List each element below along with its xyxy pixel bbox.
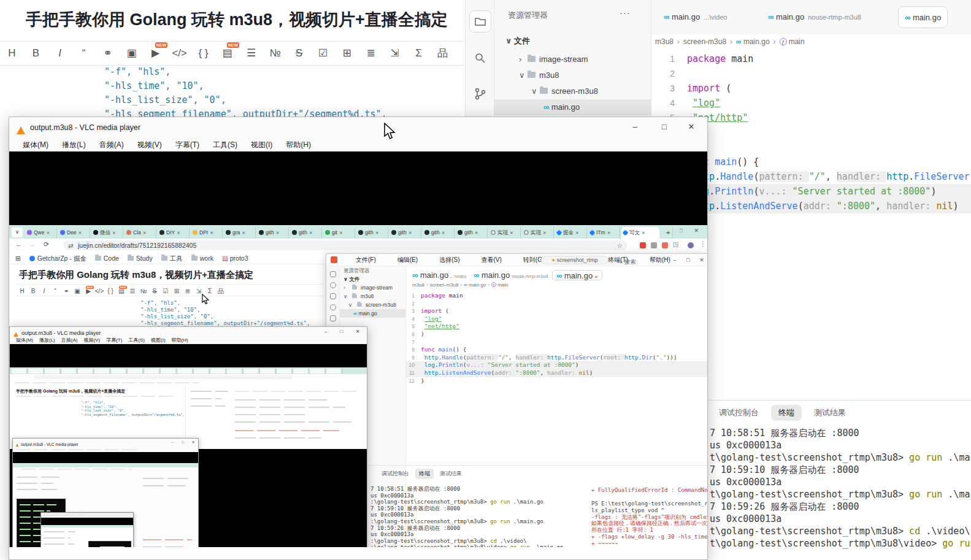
- menu-item[interactable]: 选择(S): [439, 254, 459, 266]
- toolbar-code-braces-icon[interactable]: { }: [105, 286, 116, 297]
- toolbar-link-icon[interactable]: ⚭: [96, 42, 120, 65]
- explorer-icon[interactable]: [474, 15, 487, 28]
- toolbar-italic-icon[interactable]: I: [48, 42, 72, 65]
- toolbar-table-icon[interactable]: ⊞: [171, 286, 182, 297]
- toolbar-ordered-list-icon[interactable]: №: [263, 42, 287, 65]
- breadcrumb-item[interactable]: main.go: [743, 37, 770, 46]
- vlc-menu-item[interactable]: 播放(L): [39, 337, 55, 344]
- toolbar-table-icon[interactable]: ⊞: [335, 42, 359, 65]
- profile-avatar[interactable]: [688, 242, 694, 248]
- explorer-section-files[interactable]: ∨文件: [505, 36, 530, 47]
- browser-tab-Dee[interactable]: Dee✕: [58, 227, 90, 239]
- new-tab-button[interactable]: +: [664, 227, 673, 239]
- toolbar-code-block-icon[interactable]: ▤NEW: [116, 286, 127, 297]
- panel-tab-终端[interactable]: 终端: [415, 469, 434, 479]
- vlc-menu-item[interactable]: 音频(A): [61, 337, 78, 344]
- close-button[interactable]: ✕: [350, 327, 366, 336]
- source-control-icon[interactable]: [474, 87, 487, 101]
- tree-item-m3u8[interactable]: ∨ m3u8: [494, 67, 651, 83]
- toolbar-quote-icon[interactable]: “: [72, 42, 96, 65]
- toolbar-image-icon[interactable]: ▣: [120, 42, 144, 65]
- tree-item-image-stream[interactable]: › image-stream: [494, 52, 651, 67]
- browser-tab-微信[interactable]: 微信✕: [91, 227, 123, 239]
- vlc-menu-item[interactable]: 帮助(H): [172, 337, 188, 344]
- bookmark-工具[interactable]: 工具: [161, 252, 183, 264]
- source-control-icon[interactable]: [330, 293, 336, 299]
- browser-tab-ITm[interactable]: ITm✕: [588, 227, 620, 239]
- address-bar[interactable]: ⇄ juejin.cn/editor/drafts/75121921658824…: [63, 240, 628, 250]
- browser-tab-Qwe[interactable]: Qwe✕: [25, 227, 57, 239]
- menu-item[interactable]: 查看(V): [481, 254, 501, 266]
- toolbar-strikethrough-icon[interactable]: S: [287, 42, 311, 65]
- forward-icon[interactable]: →: [29, 240, 36, 248]
- bookmark-Code[interactable]: Code: [95, 252, 119, 264]
- panel-tab-终端[interactable]: 终端: [771, 405, 802, 421]
- vlc-video-area[interactable]: ∨ □ ✕ Qwe✕Dee✕微信✕Cla✕DIY✕DPI✕gra✕gith✕gi…: [9, 152, 707, 547]
- extension-icon[interactable]: [662, 242, 668, 248]
- vlc-menu-item[interactable]: 媒体(M): [23, 138, 48, 152]
- tab-close-icon[interactable]: ✕: [475, 231, 478, 235]
- toolbar-image-icon[interactable]: ▣: [72, 286, 83, 297]
- breadcrumb-item[interactable]: screen-m3u8: [683, 37, 726, 46]
- terminal-output[interactable]: 7 10:58:51 服务器启动在 :8000us 0xc000013at\go…: [710, 427, 971, 550]
- tree-item-image-stream[interactable]: › image-stream: [340, 283, 405, 292]
- toolbar-fullscreen-icon[interactable]: ⇲: [383, 42, 407, 65]
- toolbar-heading-icon[interactable]: H: [17, 286, 28, 297]
- browser-tab-掘金[interactable]: 掘金✕: [555, 227, 587, 239]
- browser-tab-gith[interactable]: gith✕: [456, 227, 488, 239]
- extensions-puzzle-icon[interactable]: ◳: [673, 241, 678, 248]
- editor-tab-main.go[interactable]: ∞ main.go✕: [552, 270, 602, 280]
- vlc-menu-item[interactable]: 视图(I): [251, 138, 272, 152]
- tab-close-icon[interactable]: ✕: [375, 231, 379, 235]
- toolbar-strikethrough-icon[interactable]: S: [149, 286, 160, 297]
- toolbar-task-list-icon[interactable]: ☑: [160, 286, 171, 297]
- browser-menu-icon[interactable]: ⋮: [700, 240, 706, 247]
- vlc-menu-item[interactable]: 字幕(T): [106, 337, 122, 344]
- tab-close-icon[interactable]: ✕: [543, 231, 547, 235]
- bookmark-GetcharZp - 掘金[interactable]: GetcharZp - 掘金: [29, 252, 86, 264]
- toolbar-video-icon[interactable]: ▶NEW: [144, 42, 167, 65]
- menu-item[interactable]: 文件(F): [356, 254, 376, 266]
- site-info-icon[interactable]: ⇄: [68, 240, 74, 250]
- toolbar-align-icon[interactable]: ≣: [359, 42, 383, 65]
- toolbar-diagram-icon[interactable]: 品: [215, 286, 226, 297]
- toolbar-code-braces-icon[interactable]: { }: [191, 42, 215, 65]
- minimize-icon[interactable]: –: [669, 254, 681, 266]
- tree-item-screen-m3u8[interactable]: ∨ screen-m3u8: [340, 301, 405, 309]
- vlc-menu-item[interactable]: 音频(A): [99, 138, 124, 152]
- editor-tab-main.go[interactable]: ∞ main.gonouse-rtmp-m3u8: [470, 270, 551, 280]
- panel-tab-测试结果[interactable]: 测试结果: [807, 405, 853, 421]
- toolbar-bullet-list-icon[interactable]: ☰: [239, 42, 263, 65]
- tree-item-screen-m3u8[interactable]: ∨ screen-m3u8: [494, 83, 651, 99]
- tree-item-main.go[interactable]: ∞ main.go: [494, 99, 651, 115]
- minimize-button[interactable]: –: [621, 117, 648, 137]
- tree-item-main.go[interactable]: ∞ main.go: [340, 309, 405, 318]
- apps-grid-icon[interactable]: ⊞: [15, 252, 21, 264]
- search-icon[interactable]: [474, 52, 487, 65]
- close-icon[interactable]: ✕: [696, 254, 707, 266]
- vlc-menu-item[interactable]: 工具(S): [213, 138, 237, 152]
- tab-close-icon[interactable]: ✕: [339, 231, 343, 235]
- explorer-more-icon[interactable]: ···: [620, 7, 631, 18]
- vlc-menu-item[interactable]: 媒体(M): [16, 337, 33, 344]
- breadcrumb-item[interactable]: m3u8: [655, 37, 674, 46]
- tab-close-icon[interactable]: ✕: [575, 231, 579, 235]
- bookmark-work[interactable]: work: [191, 252, 213, 264]
- nested-vlc-titlebar[interactable]: output.m3u8 - VLC media player – □ ✕: [10, 327, 367, 337]
- tab-close-icon[interactable]: ✕: [510, 231, 513, 235]
- vlc-menu-item[interactable]: 字幕(T): [175, 138, 199, 152]
- browser-tab-gith[interactable]: gith✕: [257, 227, 289, 239]
- toolbar-link-icon[interactable]: ⚭: [61, 286, 72, 297]
- explorer-icon[interactable]: [330, 271, 336, 277]
- panel-tab-调试控制台[interactable]: 调试控制台: [378, 469, 413, 479]
- breadcrumb-item[interactable]: screen-m3u8: [430, 282, 459, 288]
- browser-tab-gith[interactable]: gith✕: [290, 227, 322, 239]
- editor-tab-main.go[interactable]: ∞ main.gonouse-rtmp-m3u8: [762, 6, 867, 28]
- toolbar-bold-icon[interactable]: B: [28, 286, 39, 297]
- panel-tab-调试控制台[interactable]: 调试控制台: [712, 405, 766, 421]
- vlc-menu-item[interactable]: 工具(S): [128, 337, 145, 344]
- back-icon[interactable]: ←: [15, 240, 22, 248]
- breadcrumb[interactable]: m3u8›screen-m3u8›∞ main.go›ƒmain: [655, 36, 805, 48]
- search-box[interactable]: ⌕ 搜索: [620, 256, 636, 268]
- editor-tab-main.go[interactable]: ∞ main.go...\video: [409, 270, 470, 280]
